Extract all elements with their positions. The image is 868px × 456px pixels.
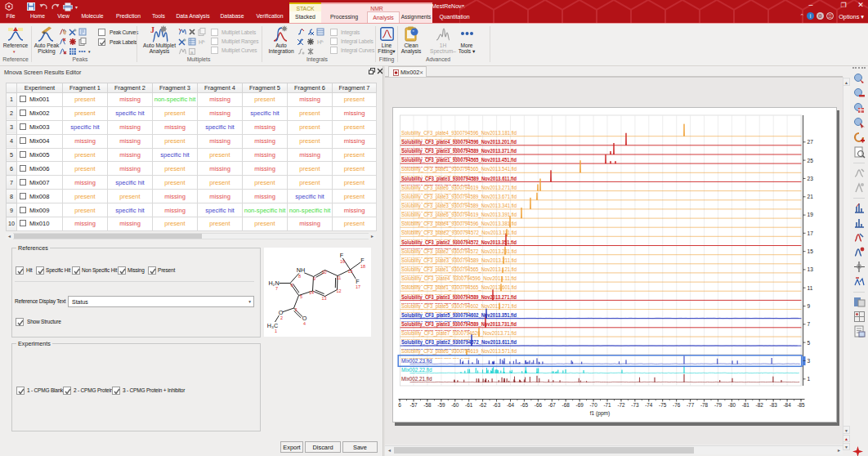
svg-text:-75: -75 xyxy=(659,402,667,408)
svg-text:11: 11 xyxy=(337,275,342,280)
svg-text:-64: -64 xyxy=(507,402,515,408)
svg-text:-69: -69 xyxy=(576,402,584,408)
svg-text:15: 15 xyxy=(808,248,814,254)
svg-text:23: 23 xyxy=(808,176,814,181)
svg-text:11: 11 xyxy=(808,285,813,291)
svg-text:-62: -62 xyxy=(479,402,487,408)
svg-text:Solubility_CF3_plate3_93007945: Solubility_CF3_plate3_9300794589_Nov2013… xyxy=(401,321,517,328)
svg-text:6: 6 xyxy=(291,283,293,288)
svg-text:5: 5 xyxy=(300,294,302,299)
svg-text:Solubility_CF3_plate5_93007946: Solubility_CF3_plate5_9300794602_Nov2013… xyxy=(401,312,517,319)
svg-text:14: 14 xyxy=(309,290,314,295)
svg-text:Solubility_CF3_plate1_93007945: Solubility_CF3_plate1_9300794565_Nov2013… xyxy=(401,266,517,273)
svg-text:Solubility_CF3_plate5_93007946: Solubility_CF3_plate5_9300794602_Nov2013… xyxy=(401,303,517,310)
svg-text:-71: -71 xyxy=(603,402,611,408)
svg-text:Solubility_CF3_plate2_93007945: Solubility_CF3_plate2_9300794572_Nov2013… xyxy=(401,339,517,346)
svg-text:17: 17 xyxy=(356,284,360,289)
svg-text:7: 7 xyxy=(808,321,811,327)
svg-text:1: 1 xyxy=(808,376,811,382)
svg-text:-74: -74 xyxy=(645,402,653,408)
svg-text:6: 6 xyxy=(398,402,401,408)
svg-text:25: 25 xyxy=(808,158,814,163)
svg-text:3: 3 xyxy=(808,358,811,364)
svg-text:Solubility_CF3_plate1_93007945: Solubility_CF3_plate1_9300794565_Nov2013… xyxy=(401,157,517,163)
svg-text:Solubility_CF3_plate3_93007945: Solubility_CF3_plate3_9300794589_Nov2013… xyxy=(401,176,517,182)
svg-text:-78: -78 xyxy=(700,402,709,408)
svg-text:Solubility_CF3_plate1_93007945: Solubility_CF3_plate1_9300794565_Nov2013… xyxy=(401,166,517,172)
svg-text:-60: -60 xyxy=(451,402,459,408)
svg-text:10: 10 xyxy=(322,270,327,275)
svg-text:Mix002.22.fid: Mix002.22.fid xyxy=(401,367,432,373)
svg-text:Solubility_CF3_plate2_93007945: Solubility_CF3_plate2_9300794572_Nov2013… xyxy=(401,248,517,255)
svg-text:-79: -79 xyxy=(714,402,723,408)
svg-text:-84: -84 xyxy=(783,402,791,408)
svg-text:2: 2 xyxy=(280,315,283,320)
svg-text:-81: -81 xyxy=(742,402,750,408)
svg-text:-76: -76 xyxy=(673,402,681,408)
svg-text:-63: -63 xyxy=(493,402,501,408)
svg-text:Hʱ: Hʱ xyxy=(199,39,205,45)
svg-text:17: 17 xyxy=(808,230,814,236)
svg-text:-73: -73 xyxy=(631,402,639,408)
svg-text:13: 13 xyxy=(808,266,814,272)
svg-text:18: 18 xyxy=(360,264,365,269)
svg-text:-85: -85 xyxy=(797,402,805,408)
svg-text:12: 12 xyxy=(337,288,342,293)
svg-text:Solubility_CF3_plate6_93007946: Solubility_CF3_plate6_9300794619_Nov2013… xyxy=(401,348,517,355)
svg-text:1: 1 xyxy=(275,329,277,333)
svg-text:-82: -82 xyxy=(756,402,764,408)
svg-text:Mix002.23.fid: Mix002.23.fid xyxy=(401,358,432,364)
svg-text:4: 4 xyxy=(303,321,306,326)
svg-text:9: 9 xyxy=(808,303,811,309)
svg-text:Solubility_CF3_plate6_93007946: Solubility_CF3_plate6_9300794619_Nov2013… xyxy=(401,185,517,191)
svg-text:Solubility_CF3_plate3_93007945: Solubility_CF3_plate3_9300794589_Nov2013… xyxy=(401,194,517,200)
svg-text:Solubility_CF3_plate3_93007945: Solubility_CF3_plate3_9300794589_Nov2013… xyxy=(401,148,517,154)
svg-text:9: 9 xyxy=(313,276,315,281)
svg-text:-57: -57 xyxy=(409,402,418,408)
svg-text:f1 (ppm): f1 (ppm) xyxy=(590,410,611,417)
svg-text:-65: -65 xyxy=(521,402,529,408)
svg-text:-66: -66 xyxy=(535,402,543,408)
svg-text:Solubility_CF3_plate3_93007945: Solubility_CF3_plate3_9300794589_Nov2013… xyxy=(401,203,517,209)
svg-text:Hʱ: Hʱ xyxy=(317,39,324,45)
svg-text:5: 5 xyxy=(808,340,811,346)
svg-text:Solubility_CF3_plate3_93007945: Solubility_CF3_plate3_9300794589_Nov2013… xyxy=(401,257,517,264)
svg-text:Solubility_CF3_plate4_93007945: Solubility_CF3_plate4_9300794596_Nov2013… xyxy=(401,139,517,145)
svg-text:-58: -58 xyxy=(423,402,432,408)
svg-text:Mix002.21.fid: Mix002.21.fid xyxy=(401,376,432,382)
svg-text:-72: -72 xyxy=(617,402,625,408)
svg-text:-77: -77 xyxy=(687,402,695,408)
svg-text:-83: -83 xyxy=(770,402,778,408)
svg-text:-68: -68 xyxy=(562,402,570,408)
svg-text:Solubility_CF3_plate1_93007945: Solubility_CF3_plate1_9300794565_Nov2013… xyxy=(401,284,517,291)
svg-text:13: 13 xyxy=(322,296,327,301)
svg-text:8: 8 xyxy=(298,274,301,279)
svg-text:Solubility_CF3_plate4_93007945: Solubility_CF3_plate4_9300794596_Nov2013… xyxy=(401,275,517,282)
svg-text:27: 27 xyxy=(808,139,814,145)
svg-text:Solubility_CF3_plate7_93007946: Solubility_CF3_plate7_9300794626_Nov2013… xyxy=(401,330,517,337)
svg-text:Solubility_CF3_plate2_93007945: Solubility_CF3_plate2_9300794572_Nov2013… xyxy=(401,230,517,236)
svg-text:3: 3 xyxy=(295,307,298,312)
svg-text:16: 16 xyxy=(340,259,345,264)
svg-text:21: 21 xyxy=(808,194,814,199)
svg-text:Solubility_CF3_plate4_93007945: Solubility_CF3_plate4_9300794596_Nov2013… xyxy=(401,130,517,136)
svg-text:19: 19 xyxy=(808,212,814,217)
svg-text:15: 15 xyxy=(348,269,353,274)
svg-text:Solubility_CF3_plate4_93007945: Solubility_CF3_plate4_9300794596_Nov2013… xyxy=(401,221,517,227)
svg-text:Solubility_CF3_plate6_93007946: Solubility_CF3_plate6_9300794619_Nov2013… xyxy=(401,212,517,218)
svg-text:-59: -59 xyxy=(437,402,445,408)
svg-text:J: J xyxy=(150,25,154,34)
svg-text:-70: -70 xyxy=(589,402,597,408)
svg-text:-61: -61 xyxy=(465,402,473,408)
svg-text:Solubility_CF3_plate2_93007945: Solubility_CF3_plate2_9300794572_Nov2013… xyxy=(401,239,517,246)
svg-text:-80: -80 xyxy=(728,402,736,408)
svg-text:-67: -67 xyxy=(548,402,557,408)
svg-text:7: 7 xyxy=(275,286,278,291)
svg-text:Solubility_CF3_plate3_93007945: Solubility_CF3_plate3_9300794589_Nov2013… xyxy=(401,294,517,301)
